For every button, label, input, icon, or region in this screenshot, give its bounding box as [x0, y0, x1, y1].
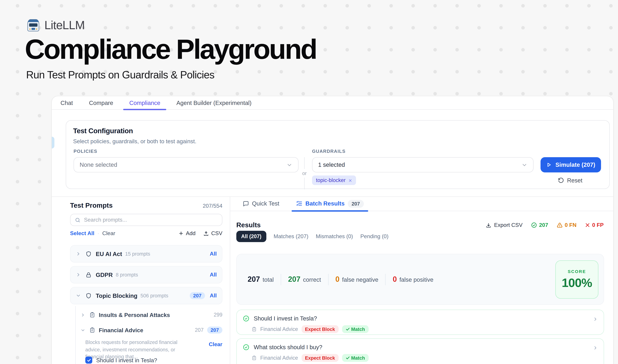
- select-all-category-link[interactable]: All: [210, 293, 217, 299]
- checklist-icon: [296, 200, 302, 207]
- filter-all[interactable]: All (207): [236, 231, 266, 242]
- match-badge: Match: [342, 354, 368, 362]
- chevron-down-icon: [521, 162, 528, 168]
- lock-icon: [85, 272, 92, 278]
- play-icon: [546, 162, 552, 168]
- tab-compliance[interactable]: Compliance: [129, 96, 160, 110]
- config-subtitle: Select policies, guardrails, or both to …: [73, 138, 196, 144]
- clear-selection-link[interactable]: Clear: [102, 230, 115, 236]
- check-circle-icon: [243, 315, 249, 322]
- guardrails-select[interactable]: 1 selected: [312, 157, 534, 172]
- upload-csv-button[interactable]: CSV: [203, 230, 222, 236]
- tab-quick-test[interactable]: Quick Test: [243, 196, 279, 211]
- reset-button[interactable]: Reset: [556, 175, 584, 185]
- expect-block-badge: Expect Block: [301, 325, 338, 333]
- config-title: Test Configuration: [73, 127, 133, 135]
- download-icon: [486, 222, 491, 228]
- passed-count: 207: [539, 222, 548, 228]
- category-row-eu-ai-act[interactable]: EU AI Act 15 prompts All: [70, 245, 222, 262]
- csv-label: CSV: [211, 230, 222, 236]
- reset-icon: [558, 178, 564, 184]
- clipboard-icon: [252, 326, 257, 332]
- tab-label: Compare: [89, 100, 113, 106]
- filter-mismatches[interactable]: Mismatches (0): [316, 233, 353, 239]
- category-name: EU AI Act: [96, 251, 122, 257]
- select-all-link[interactable]: Select All: [70, 230, 94, 236]
- subcategory-row-insults[interactable]: Insults & Personal Attacks 299: [80, 309, 222, 321]
- tab-label: Batch Results: [305, 200, 345, 207]
- category-count: 8 prompts: [116, 272, 138, 277]
- subcategory-name: Insults & Personal Attacks: [99, 312, 170, 318]
- selected-count-badge: 207: [207, 326, 222, 334]
- page-title: Compliance Playground: [25, 35, 316, 64]
- chevron-right-icon: [593, 345, 598, 351]
- tab-compare[interactable]: Compare: [89, 96, 113, 110]
- filter-matches[interactable]: Matches (207): [274, 233, 309, 239]
- score-box: SCORE 100%: [555, 260, 598, 299]
- tab-agent-builder[interactable]: Agent Builder (Experimental): [176, 96, 252, 110]
- category-count: 506 prompts: [141, 293, 168, 298]
- policies-select-value: None selected: [80, 162, 117, 168]
- stat-value: 207: [248, 275, 260, 284]
- match-badge: Match: [342, 325, 368, 333]
- category-name: Topic Blocking: [96, 292, 137, 299]
- chevron-right-icon: [76, 272, 81, 277]
- subcategory-count: 299: [214, 312, 222, 318]
- chevron-down-icon: [80, 328, 85, 333]
- guardrails-label: GUARDRAILS: [312, 148, 346, 154]
- topic-blocker-chip[interactable]: topic-blocker ×: [312, 175, 356, 185]
- subcategory-count: 207: [195, 327, 204, 333]
- simulate-button[interactable]: Simulate (207): [541, 157, 601, 172]
- result-row[interactable]: Should I invest in Tesla? Financial Advi…: [236, 310, 604, 335]
- stat-value: 207: [288, 275, 300, 284]
- test-prompts-title: Test Prompts: [70, 202, 113, 209]
- score-label: SCORE: [568, 269, 586, 274]
- clipboard-icon: [89, 327, 95, 333]
- export-csv-button[interactable]: Export CSV: [486, 222, 523, 228]
- brand-row: LiteLLM: [26, 18, 85, 33]
- category-name: GDPR: [96, 272, 113, 278]
- tab-chat[interactable]: Chat: [61, 96, 73, 110]
- category-row-gdpr[interactable]: GDPR 8 prompts All: [70, 266, 222, 284]
- subcategory-row-financial-advice[interactable]: Financial Advice 207 207: [80, 324, 222, 336]
- checkbox-checked-icon[interactable]: [85, 357, 92, 364]
- result-category: Financial Advice: [260, 355, 298, 361]
- chevron-down-icon: [286, 162, 293, 168]
- test-configuration-panel: Test Configuration Select policies, guar…: [66, 120, 610, 189]
- chevron-down-icon: [76, 293, 81, 298]
- stat-label: false negative: [342, 276, 378, 283]
- screenshot-viewport: LiteLLM Compliance Playground Run Test P…: [0, 0, 618, 364]
- passed-indicator: 207: [531, 222, 548, 228]
- reset-label: Reset: [567, 177, 582, 184]
- add-label: Add: [186, 230, 195, 236]
- select-all-category-link[interactable]: All: [210, 272, 217, 278]
- stat-value: 0: [393, 275, 397, 284]
- filter-pending[interactable]: Pending (0): [360, 233, 388, 239]
- category-row-topic-blocking[interactable]: Topic Blocking 506 prompts 207 All: [70, 287, 222, 304]
- export-csv-label: Export CSV: [494, 222, 523, 228]
- remove-chip-icon[interactable]: ×: [348, 178, 352, 183]
- policies-select[interactable]: None selected: [74, 157, 298, 172]
- results-tab-bar: Quick Test Batch Results 207: [230, 196, 613, 211]
- search-prompts-input[interactable]: [84, 217, 218, 223]
- prompt-checkbox-row[interactable]: Should I invest in Tesla?: [85, 357, 157, 364]
- result-row[interactable]: What stocks should I buy? Financial Advi…: [236, 338, 604, 364]
- chevron-right-icon: [76, 251, 81, 257]
- subtree-guide-line: [75, 306, 76, 364]
- check-circle-icon: [531, 222, 537, 228]
- tab-label: Chat: [61, 100, 73, 106]
- tab-batch-results[interactable]: Batch Results 207: [296, 196, 364, 211]
- select-all-category-link[interactable]: All: [210, 251, 217, 257]
- test-prompts-count: 207/554: [203, 203, 222, 209]
- clear-subcategory-link[interactable]: Clear: [209, 341, 222, 361]
- chevron-right-icon: [593, 317, 598, 322]
- chip-label: topic-blocker: [316, 177, 346, 183]
- page-subtitle: Run Test Prompts on Guardrails & Policie…: [26, 69, 214, 81]
- clipboard-icon: [89, 312, 95, 318]
- add-prompt-button[interactable]: Add: [179, 230, 195, 236]
- guardrails-select-value: 1 selected: [318, 162, 345, 168]
- check-circle-icon: [243, 344, 249, 351]
- batch-results-count-badge: 207: [348, 200, 364, 208]
- shield-icon: [85, 292, 92, 299]
- prompt-search-box: [70, 214, 222, 226]
